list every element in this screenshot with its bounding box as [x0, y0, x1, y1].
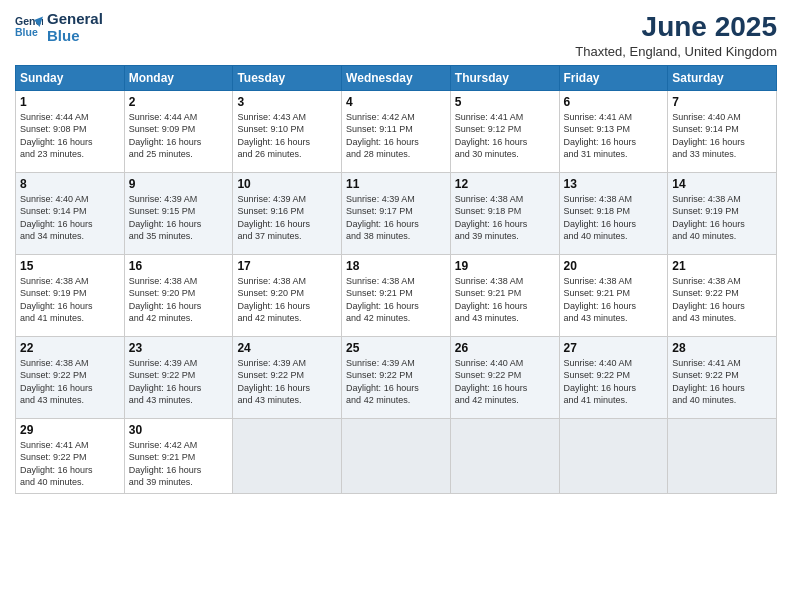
- day-cell-5: 5Sunrise: 4:41 AM Sunset: 9:12 PM Daylig…: [450, 90, 559, 172]
- day-cell-11: 11Sunrise: 4:39 AM Sunset: 9:17 PM Dayli…: [342, 172, 451, 254]
- day-info: Sunrise: 4:39 AM Sunset: 9:16 PM Dayligh…: [237, 193, 337, 243]
- day-info: Sunrise: 4:39 AM Sunset: 9:17 PM Dayligh…: [346, 193, 446, 243]
- day-info: Sunrise: 4:38 AM Sunset: 9:21 PM Dayligh…: [346, 275, 446, 325]
- day-info: Sunrise: 4:39 AM Sunset: 9:15 PM Dayligh…: [129, 193, 229, 243]
- day-cell-3: 3Sunrise: 4:43 AM Sunset: 9:10 PM Daylig…: [233, 90, 342, 172]
- day-cell-21: 21Sunrise: 4:38 AM Sunset: 9:22 PM Dayli…: [668, 254, 777, 336]
- calendar-page: General Blue General Blue June 2025 Thax…: [0, 0, 792, 612]
- svg-text:Blue: Blue: [15, 26, 38, 38]
- weekday-wednesday: Wednesday: [342, 65, 451, 90]
- day-number: 19: [455, 259, 555, 273]
- day-info: Sunrise: 4:40 AM Sunset: 9:22 PM Dayligh…: [564, 357, 664, 407]
- day-number: 30: [129, 423, 229, 437]
- day-number: 24: [237, 341, 337, 355]
- empty-cell: [668, 418, 777, 493]
- day-cell-18: 18Sunrise: 4:38 AM Sunset: 9:21 PM Dayli…: [342, 254, 451, 336]
- empty-cell: [233, 418, 342, 493]
- day-number: 27: [564, 341, 664, 355]
- day-number: 4: [346, 95, 446, 109]
- day-info: Sunrise: 4:44 AM Sunset: 9:09 PM Dayligh…: [129, 111, 229, 161]
- day-number: 3: [237, 95, 337, 109]
- day-number: 17: [237, 259, 337, 273]
- weekday-saturday: Saturday: [668, 65, 777, 90]
- logo-general-text: General: [47, 10, 103, 27]
- day-info: Sunrise: 4:38 AM Sunset: 9:19 PM Dayligh…: [20, 275, 120, 325]
- weekday-thursday: Thursday: [450, 65, 559, 90]
- day-number: 16: [129, 259, 229, 273]
- day-cell-7: 7Sunrise: 4:40 AM Sunset: 9:14 PM Daylig…: [668, 90, 777, 172]
- day-cell-4: 4Sunrise: 4:42 AM Sunset: 9:11 PM Daylig…: [342, 90, 451, 172]
- day-number: 29: [20, 423, 120, 437]
- day-info: Sunrise: 4:41 AM Sunset: 9:22 PM Dayligh…: [20, 439, 120, 489]
- weekday-header-row: SundayMondayTuesdayWednesdayThursdayFrid…: [16, 65, 777, 90]
- day-cell-29: 29Sunrise: 4:41 AM Sunset: 9:22 PM Dayli…: [16, 418, 125, 493]
- day-cell-15: 15Sunrise: 4:38 AM Sunset: 9:19 PM Dayli…: [16, 254, 125, 336]
- day-info: Sunrise: 4:38 AM Sunset: 9:20 PM Dayligh…: [129, 275, 229, 325]
- day-number: 10: [237, 177, 337, 191]
- logo-blue-text: Blue: [47, 27, 103, 44]
- day-cell-16: 16Sunrise: 4:38 AM Sunset: 9:20 PM Dayli…: [124, 254, 233, 336]
- day-cell-23: 23Sunrise: 4:39 AM Sunset: 9:22 PM Dayli…: [124, 336, 233, 418]
- logo: General Blue General Blue: [15, 10, 103, 45]
- day-info: Sunrise: 4:38 AM Sunset: 9:21 PM Dayligh…: [455, 275, 555, 325]
- day-number: 22: [20, 341, 120, 355]
- empty-cell: [450, 418, 559, 493]
- weekday-friday: Friday: [559, 65, 668, 90]
- title-block: June 2025 Thaxted, England, United Kingd…: [575, 10, 777, 59]
- day-info: Sunrise: 4:38 AM Sunset: 9:22 PM Dayligh…: [672, 275, 772, 325]
- day-number: 28: [672, 341, 772, 355]
- logo-icon: General Blue: [15, 13, 43, 41]
- day-info: Sunrise: 4:43 AM Sunset: 9:10 PM Dayligh…: [237, 111, 337, 161]
- day-cell-14: 14Sunrise: 4:38 AM Sunset: 9:19 PM Dayli…: [668, 172, 777, 254]
- day-info: Sunrise: 4:38 AM Sunset: 9:19 PM Dayligh…: [672, 193, 772, 243]
- day-number: 11: [346, 177, 446, 191]
- day-info: Sunrise: 4:38 AM Sunset: 9:18 PM Dayligh…: [455, 193, 555, 243]
- day-cell-8: 8Sunrise: 4:40 AM Sunset: 9:14 PM Daylig…: [16, 172, 125, 254]
- day-number: 15: [20, 259, 120, 273]
- day-cell-12: 12Sunrise: 4:38 AM Sunset: 9:18 PM Dayli…: [450, 172, 559, 254]
- day-cell-1: 1Sunrise: 4:44 AM Sunset: 9:08 PM Daylig…: [16, 90, 125, 172]
- day-cell-6: 6Sunrise: 4:41 AM Sunset: 9:13 PM Daylig…: [559, 90, 668, 172]
- day-info: Sunrise: 4:38 AM Sunset: 9:22 PM Dayligh…: [20, 357, 120, 407]
- empty-cell: [559, 418, 668, 493]
- day-info: Sunrise: 4:39 AM Sunset: 9:22 PM Dayligh…: [346, 357, 446, 407]
- day-cell-17: 17Sunrise: 4:38 AM Sunset: 9:20 PM Dayli…: [233, 254, 342, 336]
- day-info: Sunrise: 4:40 AM Sunset: 9:14 PM Dayligh…: [672, 111, 772, 161]
- day-number: 5: [455, 95, 555, 109]
- day-cell-30: 30Sunrise: 4:42 AM Sunset: 9:21 PM Dayli…: [124, 418, 233, 493]
- day-cell-19: 19Sunrise: 4:38 AM Sunset: 9:21 PM Dayli…: [450, 254, 559, 336]
- day-number: 8: [20, 177, 120, 191]
- day-cell-28: 28Sunrise: 4:41 AM Sunset: 9:22 PM Dayli…: [668, 336, 777, 418]
- day-number: 20: [564, 259, 664, 273]
- day-cell-24: 24Sunrise: 4:39 AM Sunset: 9:22 PM Dayli…: [233, 336, 342, 418]
- day-cell-26: 26Sunrise: 4:40 AM Sunset: 9:22 PM Dayli…: [450, 336, 559, 418]
- day-number: 12: [455, 177, 555, 191]
- header: General Blue General Blue June 2025 Thax…: [15, 10, 777, 59]
- day-info: Sunrise: 4:41 AM Sunset: 9:13 PM Dayligh…: [564, 111, 664, 161]
- day-number: 2: [129, 95, 229, 109]
- weekday-monday: Monday: [124, 65, 233, 90]
- day-cell-13: 13Sunrise: 4:38 AM Sunset: 9:18 PM Dayli…: [559, 172, 668, 254]
- day-info: Sunrise: 4:41 AM Sunset: 9:22 PM Dayligh…: [672, 357, 772, 407]
- day-info: Sunrise: 4:42 AM Sunset: 9:11 PM Dayligh…: [346, 111, 446, 161]
- day-number: 7: [672, 95, 772, 109]
- day-info: Sunrise: 4:42 AM Sunset: 9:21 PM Dayligh…: [129, 439, 229, 489]
- day-cell-2: 2Sunrise: 4:44 AM Sunset: 9:09 PM Daylig…: [124, 90, 233, 172]
- day-info: Sunrise: 4:44 AM Sunset: 9:08 PM Dayligh…: [20, 111, 120, 161]
- day-cell-20: 20Sunrise: 4:38 AM Sunset: 9:21 PM Dayli…: [559, 254, 668, 336]
- day-info: Sunrise: 4:39 AM Sunset: 9:22 PM Dayligh…: [237, 357, 337, 407]
- day-cell-27: 27Sunrise: 4:40 AM Sunset: 9:22 PM Dayli…: [559, 336, 668, 418]
- day-number: 14: [672, 177, 772, 191]
- day-info: Sunrise: 4:40 AM Sunset: 9:22 PM Dayligh…: [455, 357, 555, 407]
- day-number: 18: [346, 259, 446, 273]
- empty-cell: [342, 418, 451, 493]
- weekday-sunday: Sunday: [16, 65, 125, 90]
- day-info: Sunrise: 4:38 AM Sunset: 9:21 PM Dayligh…: [564, 275, 664, 325]
- day-number: 13: [564, 177, 664, 191]
- calendar-table: SundayMondayTuesdayWednesdayThursdayFrid…: [15, 65, 777, 494]
- day-info: Sunrise: 4:39 AM Sunset: 9:22 PM Dayligh…: [129, 357, 229, 407]
- day-info: Sunrise: 4:38 AM Sunset: 9:18 PM Dayligh…: [564, 193, 664, 243]
- day-info: Sunrise: 4:41 AM Sunset: 9:12 PM Dayligh…: [455, 111, 555, 161]
- day-number: 21: [672, 259, 772, 273]
- weekday-tuesday: Tuesday: [233, 65, 342, 90]
